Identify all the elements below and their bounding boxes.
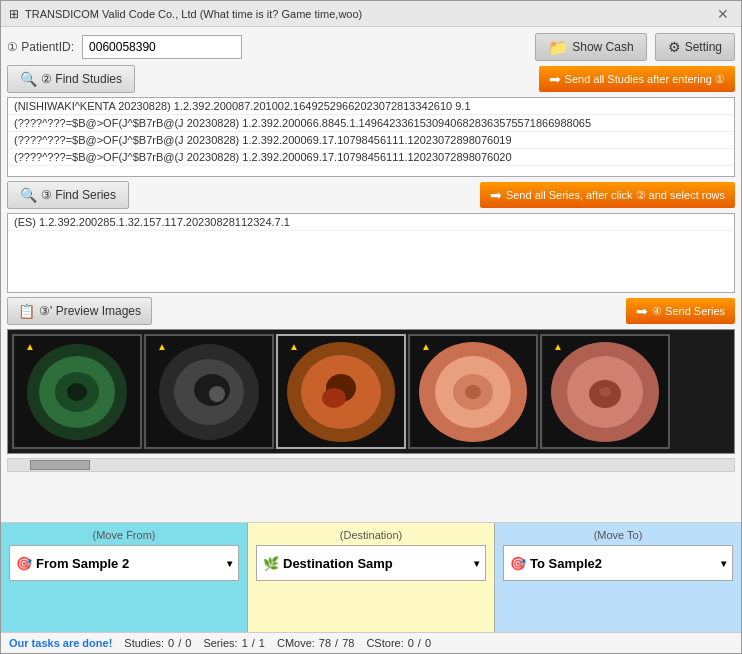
series-row-text-0: (ES) 1.2.392.200285.1.32.157.117.2023082… bbox=[14, 216, 290, 228]
cmove-val1: 78 bbox=[319, 637, 331, 649]
send-series-button[interactable]: ➡ ④ Send Series bbox=[626, 298, 735, 324]
destination-dropdown[interactable]: 🌿 Destination Samp ▾ bbox=[256, 545, 486, 581]
folder-icon: 📁 bbox=[548, 38, 568, 57]
find-studies-button[interactable]: 🔍 ② Find Studies bbox=[7, 65, 135, 93]
app-icon: ⊞ bbox=[9, 7, 19, 21]
arrow-right-icon-3: ➡ bbox=[636, 303, 648, 319]
thumb-svg-3: ▲ bbox=[411, 336, 536, 448]
studies-status-label: Studies: bbox=[124, 637, 164, 649]
preview-images-label: ③' Preview Images bbox=[39, 304, 141, 318]
svg-point-10 bbox=[209, 386, 225, 402]
svg-text:▲: ▲ bbox=[157, 341, 167, 352]
image-thumb-4[interactable]: ▲ bbox=[540, 334, 670, 449]
find-studies-label: ② Find Studies bbox=[41, 72, 122, 86]
arrow-right-icon: ➡ bbox=[549, 71, 561, 87]
from-sample-label: (Move From) bbox=[9, 529, 239, 541]
cstore-status: CStore: 0 / 0 bbox=[366, 637, 431, 649]
setting-label: Setting bbox=[685, 40, 722, 54]
search-icon-2: 🔍 bbox=[20, 187, 37, 203]
to-sample-icon: 🎯 bbox=[510, 556, 526, 571]
cmove-val2: 78 bbox=[342, 637, 354, 649]
study-row-3[interactable]: (????^???=$B@>OF(J^$B7rB@(J 20230828) 1.… bbox=[8, 149, 734, 166]
gear-icon: ⚙ bbox=[668, 39, 681, 55]
image-thumb-2[interactable]: ▲ bbox=[276, 334, 406, 449]
patient-id-input[interactable] bbox=[82, 35, 242, 59]
studies-toolbar: 🔍 ② Find Studies ➡ Send all Studies afte… bbox=[7, 65, 735, 93]
cstore-val1: 0 bbox=[408, 637, 414, 649]
svg-text:▲: ▲ bbox=[25, 341, 35, 352]
preview-images-button[interactable]: 📋 ③' Preview Images bbox=[7, 297, 152, 325]
show-cash-button[interactable]: 📁 Show Cash bbox=[535, 33, 646, 61]
horizontal-scrollbar[interactable] bbox=[7, 458, 735, 472]
image-thumb-3[interactable]: ▲ bbox=[408, 334, 538, 449]
from-sample-dropdown-arrow: ▾ bbox=[227, 558, 232, 569]
window-title: TRANSDICOM Valid Code Co., Ltd (What tim… bbox=[25, 8, 362, 20]
cmove-status: CMove: 78 / 78 bbox=[277, 637, 354, 649]
from-sample-dropdown[interactable]: 🎯 From Sample 2 ▾ bbox=[9, 545, 239, 581]
send-series-label: ④ Send Series bbox=[652, 305, 725, 318]
image-thumb-1[interactable]: ▲ bbox=[144, 334, 274, 449]
status-bar: Our tasks are done! Studies: 0 / 0 Serie… bbox=[1, 632, 741, 653]
to-sample-dropdown-arrow: ▾ bbox=[721, 558, 726, 569]
destination-icon: 🌿 bbox=[263, 556, 279, 571]
to-sample-dropdown-label: To Sample2 bbox=[530, 556, 602, 571]
study-row-text-1: (????^???=$B@>OF(J^$B7rB@(J 20230828) 1.… bbox=[14, 117, 591, 129]
series-toolbar: 🔍 ③ Find Series ➡ Send all Series, after… bbox=[7, 181, 735, 209]
study-row-2[interactable]: (????^???=$B@>OF(J^$B7rB@(J 20230828) 1.… bbox=[8, 132, 734, 149]
patient-id-label: ① PatientID: bbox=[7, 40, 74, 54]
study-row-text-0: (NISHIWAKI^KENTA 20230828) 1.2.392.20008… bbox=[14, 100, 471, 112]
studies-status: Studies: 0 / 0 bbox=[124, 637, 191, 649]
cstore-label: CStore: bbox=[366, 637, 403, 649]
arrow-right-icon-2: ➡ bbox=[490, 187, 502, 203]
series-status: Series: 1 / 1 bbox=[203, 637, 265, 649]
send-all-studies-button[interactable]: ➡ Send all Studies after entering ① bbox=[539, 66, 735, 92]
setting-button[interactable]: ⚙ Setting bbox=[655, 33, 735, 61]
svg-point-4 bbox=[67, 383, 87, 401]
title-bar-left: ⊞ TRANSDICOM Valid Code Co., Ltd (What t… bbox=[9, 7, 362, 21]
thumb-svg-1: ▲ bbox=[147, 336, 272, 448]
studies-val2: 0 bbox=[185, 637, 191, 649]
from-sample-panel: (Move From) 🎯 From Sample 2 ▾ bbox=[1, 523, 248, 632]
series-status-label: Series: bbox=[203, 637, 237, 649]
cmove-label: CMove: bbox=[277, 637, 315, 649]
destination-dropdown-label: Destination Samp bbox=[283, 556, 393, 571]
cstore-val2: 0 bbox=[425, 637, 431, 649]
preview-toolbar: 📋 ③' Preview Images ➡ ④ Send Series bbox=[7, 297, 735, 325]
study-row-1[interactable]: (????^???=$B@>OF(J^$B7rB@(J 20230828) 1.… bbox=[8, 115, 734, 132]
series-list[interactable]: (ES) 1.2.392.200285.1.32.157.117.2023082… bbox=[7, 213, 735, 293]
study-row-text-2: (????^???=$B@>OF(J^$B7rB@(J 20230828) 1.… bbox=[14, 134, 512, 146]
send-all-series-button[interactable]: ➡ Send all Series, after click ② and sel… bbox=[480, 182, 735, 208]
images-scroll-area[interactable]: ▲ ▲ bbox=[7, 329, 735, 454]
svg-point-16 bbox=[322, 388, 346, 408]
cstore-sep: / bbox=[418, 637, 421, 649]
bottom-section: (Move From) 🎯 From Sample 2 ▾ (Destinati… bbox=[1, 522, 741, 632]
task-done-label: Our tasks are done! bbox=[9, 637, 112, 649]
svg-text:▲: ▲ bbox=[421, 341, 431, 352]
image-thumb-0[interactable]: ▲ bbox=[12, 334, 142, 449]
studies-val1: 0 bbox=[168, 637, 174, 649]
send-all-studies-label: Send all Studies after entering ① bbox=[565, 73, 725, 86]
series-val2: 1 bbox=[259, 637, 265, 649]
thumb-svg-4: ▲ bbox=[543, 336, 668, 448]
svg-point-28 bbox=[599, 387, 611, 397]
to-sample-panel: (Move To) 🎯 To Sample2 ▾ bbox=[495, 523, 741, 632]
study-row-0[interactable]: (NISHIWAKI^KENTA 20230828) 1.2.392.20008… bbox=[8, 98, 734, 115]
patient-row: ① PatientID: 📁 Show Cash ⚙ Setting bbox=[7, 33, 735, 61]
find-series-button[interactable]: 🔍 ③ Find Series bbox=[7, 181, 129, 209]
destination-dropdown-arrow: ▾ bbox=[474, 558, 479, 569]
content-area: ① PatientID: 📁 Show Cash ⚙ Setting 🔍 ② F… bbox=[1, 27, 741, 522]
scrollbar-thumb[interactable] bbox=[30, 460, 90, 470]
destination-label: (Destination) bbox=[256, 529, 486, 541]
close-button[interactable]: ✕ bbox=[713, 6, 733, 22]
studies-sep: / bbox=[178, 637, 181, 649]
title-bar: ⊞ TRANSDICOM Valid Code Co., Ltd (What t… bbox=[1, 1, 741, 27]
send-all-series-label: Send all Series, after click ② and selec… bbox=[506, 189, 725, 202]
thumb-svg-0: ▲ bbox=[15, 336, 140, 448]
destination-panel: (Destination) 🌿 Destination Samp ▾ bbox=[248, 523, 495, 632]
from-sample-dropdown-label: From Sample 2 bbox=[36, 556, 129, 571]
to-sample-dropdown[interactable]: 🎯 To Sample2 ▾ bbox=[503, 545, 733, 581]
svg-point-22 bbox=[465, 385, 481, 399]
study-row-text-3: (????^???=$B@>OF(J^$B7rB@(J 20230828) 1.… bbox=[14, 151, 512, 163]
studies-list[interactable]: (NISHIWAKI^KENTA 20230828) 1.2.392.20008… bbox=[7, 97, 735, 177]
series-row-0[interactable]: (ES) 1.2.392.200285.1.32.157.117.2023082… bbox=[8, 214, 734, 231]
